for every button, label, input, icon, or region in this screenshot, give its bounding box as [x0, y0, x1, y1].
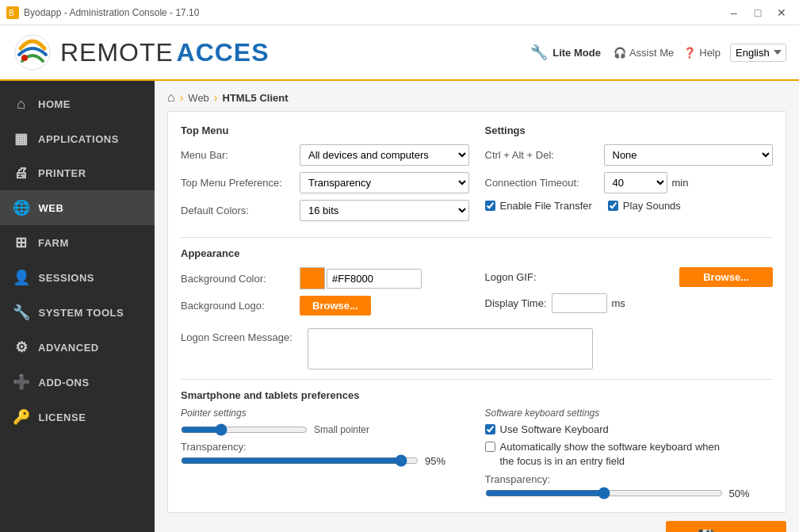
- top-menu-col: Top Menu Menu Bar: All devices and compu…: [181, 124, 469, 228]
- lite-mode-button[interactable]: 🔧 Lite Mode: [530, 44, 601, 61]
- topbar-right: 🔧 Lite Mode 🎧 Assist Me ❓ Help English: [530, 44, 786, 62]
- sidebar-label-sessions: SESSIONS: [39, 272, 94, 284]
- pointer-slider-label: Small pointer: [314, 424, 369, 435]
- play-sounds-label: Play Sounds: [623, 200, 681, 212]
- apply-button[interactable]: 💾 Apply: [666, 521, 786, 532]
- auto-show-kb-row: Automatically show the software keyboard…: [485, 440, 774, 469]
- top-two-col: Top Menu Menu Bar: All devices and compu…: [181, 124, 773, 228]
- sidebar-item-add-ons[interactable]: ➕ ADD-ONS: [0, 365, 155, 400]
- sidebar-label-printer: PRINTER: [38, 167, 86, 179]
- sidebar-label-applications: APPLICATIONS: [38, 133, 119, 145]
- pointer-settings-title: Pointer settings: [181, 408, 469, 419]
- kb-transparency-label: Transparency:: [485, 473, 774, 485]
- enable-file-transfer-label: Enable File Transfer: [500, 200, 592, 212]
- default-colors-select[interactable]: 16 bits: [300, 200, 469, 221]
- topbar-actions: 🎧 Assist Me ❓ Help English: [614, 44, 786, 62]
- logo-text-remote: REMOTE: [60, 38, 174, 67]
- appearance-right: Logon GIF: Browse... Display Time: 5000 …: [485, 267, 774, 322]
- sidebar-label-add-ons: ADD-ONS: [39, 377, 90, 388]
- kb-transparency-row: Transparency: 50%: [485, 473, 774, 499]
- kb-transparency-slider-row: 50%: [485, 487, 774, 499]
- logon-gif-label: Logon GIF:: [485, 271, 537, 283]
- play-sounds-row: Play Sounds: [608, 200, 681, 212]
- sidebar-item-home[interactable]: ⌂ HOME: [0, 87, 155, 121]
- play-sounds-checkbox[interactable]: [608, 201, 618, 211]
- assist-icon: 🎧: [614, 47, 626, 59]
- close-button[interactable]: ✕: [770, 4, 793, 21]
- breadcrumb-web[interactable]: Web: [188, 92, 209, 104]
- browse-logo-button[interactable]: Browse...: [300, 296, 371, 316]
- sidebar-item-farm[interactable]: ⊞ FARM: [0, 225, 155, 260]
- sidebar-item-system-tools[interactable]: 🔧 SYSTEM TOOLS: [0, 295, 155, 330]
- menu-bar-control: All devices and computers: [300, 144, 469, 166]
- smartphone-title: Smartphone and tablets preferences: [181, 389, 773, 401]
- sidebar-item-applications[interactable]: ▦ APPLICATIONS: [0, 121, 155, 156]
- menu-bar-select[interactable]: All devices and computers: [300, 144, 469, 166]
- pointer-transparency-value: 95%: [425, 455, 445, 467]
- sidebar-item-web[interactable]: 🌐 WEB: [0, 190, 155, 225]
- content-area: ⌂ › Web › HTML5 Client Top Menu Menu Bar…: [155, 81, 799, 532]
- bg-color-input[interactable]: [327, 269, 422, 289]
- maximize-button[interactable]: □: [747, 4, 769, 21]
- display-time-input[interactable]: 5000: [552, 293, 607, 313]
- appearance-two-col: Background Color: Background Logo: Brows…: [181, 267, 773, 322]
- divider2: [181, 379, 773, 380]
- sidebar: ⌂ HOME ▦ APPLICATIONS 🖨 PRINTER 🌐 WEB ⊞ …: [0, 81, 155, 532]
- system-tools-icon: 🔧: [13, 304, 31, 321]
- color-swatch[interactable]: [300, 267, 325, 289]
- breadcrumb-html5: HTML5 Client: [223, 92, 289, 104]
- sidebar-item-printer[interactable]: 🖨 PRINTER: [0, 156, 155, 190]
- language-select[interactable]: English: [730, 44, 786, 62]
- top-menu-title: Top Menu: [181, 124, 469, 136]
- auto-show-kb-checkbox[interactable]: [485, 442, 495, 452]
- pointer-transparency-row: Transparency: 95%: [181, 441, 469, 467]
- divider1: [181, 237, 773, 238]
- top-menu-pref-control: Transparency: [300, 172, 469, 193]
- sidebar-item-advanced[interactable]: ⚙ ADVANCED: [0, 330, 155, 365]
- window-title: Byodapp - Administration Console - 17.10: [24, 7, 199, 18]
- printer-icon: 🖨: [13, 165, 30, 182]
- sidebar-item-sessions[interactable]: 👤 SESSIONS: [0, 260, 155, 295]
- top-menu-pref-label: Top Menu Preference:: [181, 177, 300, 189]
- sidebar-label-system-tools: SYSTEM TOOLS: [39, 307, 124, 319]
- pointer-slider-row: Small pointer: [181, 423, 469, 436]
- settings-panel: Top Menu Menu Bar: All devices and compu…: [167, 111, 786, 513]
- conn-timeout-label: Connection Timeout:: [485, 177, 604, 189]
- pointer-slider[interactable]: [181, 423, 308, 436]
- sidebar-label-farm: FARM: [38, 237, 69, 249]
- enable-file-transfer-checkbox[interactable]: [485, 201, 495, 211]
- appearance-title: Appearance: [181, 247, 773, 259]
- kb-transparency-value: 50%: [729, 488, 750, 499]
- window-controls: – □ ✕: [723, 4, 793, 21]
- apply-bar: 💾 Apply: [155, 513, 799, 532]
- browse-logon-button[interactable]: Browse...: [679, 267, 773, 287]
- assist-me-button[interactable]: 🎧 Assist Me: [614, 47, 674, 59]
- top-menu-pref-select[interactable]: Transparency: [300, 172, 469, 193]
- kb-transparency-slider[interactable]: [485, 487, 723, 499]
- use-software-kb-checkbox[interactable]: [485, 424, 495, 434]
- app-icon: B: [6, 6, 19, 19]
- titlebar: B Byodapp - Administration Console - 17.…: [0, 0, 799, 25]
- breadcrumb-sep1: ›: [180, 91, 184, 104]
- top-menu-pref-row: Top Menu Preference: Transparency: [181, 172, 469, 193]
- conn-timeout-row: Connection Timeout: 40 min: [485, 172, 774, 193]
- minimize-button[interactable]: –: [723, 4, 745, 21]
- ctrl-alt-del-select[interactable]: None: [604, 144, 774, 166]
- sessions-icon: 👤: [13, 269, 31, 286]
- titlebar-info: B Byodapp - Administration Console - 17.…: [6, 6, 199, 19]
- svg-text:B: B: [9, 9, 14, 17]
- smartphone-cols: Pointer settings Small pointer Transpare…: [181, 408, 773, 499]
- svg-point-3: [21, 55, 28, 61]
- sidebar-item-license[interactable]: 🔑 LICENSE: [0, 400, 155, 434]
- pointer-col: Pointer settings Small pointer Transpare…: [181, 408, 469, 499]
- pointer-transparency-slider[interactable]: [181, 454, 419, 467]
- display-time-unit: ms: [612, 297, 625, 309]
- lite-mode-label: Lite Mode: [552, 47, 601, 59]
- help-button[interactable]: ❓ Help: [683, 47, 721, 59]
- bg-logo-row: Background Logo: Browse...: [181, 296, 469, 316]
- logon-msg-textarea[interactable]: [308, 328, 593, 369]
- menu-bar-row: Menu Bar: All devices and computers: [181, 144, 469, 166]
- advanced-icon: ⚙: [13, 339, 30, 356]
- breadcrumb-home-icon[interactable]: ⌂: [167, 90, 175, 105]
- conn-timeout-select[interactable]: 40: [604, 172, 667, 193]
